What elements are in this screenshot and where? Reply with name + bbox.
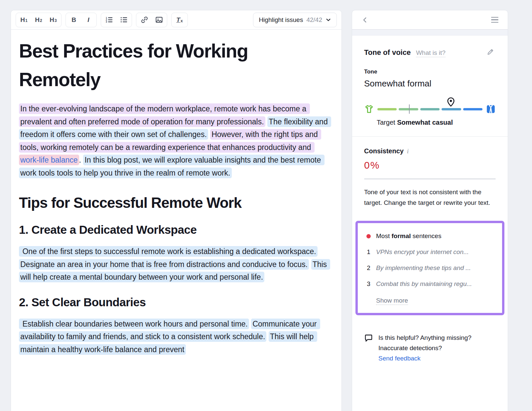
panel-scroll-band	[352, 30, 508, 36]
link-icon	[141, 16, 148, 24]
paragraph-workspace[interactable]: One of the first steps to successful rem…	[19, 245, 333, 284]
bullet-list-icon	[120, 16, 128, 24]
tone-target-tick	[409, 104, 410, 114]
ordered-list-icon: 1 2 3	[105, 16, 113, 24]
insert-buttons-group	[136, 13, 167, 27]
tone-of-voice-title: Tone of voice	[364, 48, 411, 57]
link-button[interactable]	[137, 14, 152, 26]
highlight-issues-dropdown[interactable]: Highlight issues 42/42	[253, 13, 337, 27]
subsection-heading-workspace[interactable]: 1. Create a Dedicated Workspace	[19, 223, 333, 236]
highlighted-sentence: Establish clear boundaries between work …	[19, 319, 249, 329]
tone-slider-track[interactable]	[377, 108, 482, 110]
hamburger-icon	[491, 17, 498, 18]
sentence-number: 2	[366, 264, 371, 272]
paragraph-intro[interactable]: In the ever-evolving landscape of the mo…	[19, 102, 333, 179]
feedback-section: Is this helpful? Anything missing? Inacc…	[364, 333, 496, 363]
plain-text	[318, 247, 320, 256]
ordered-list-button[interactable]: 1 2 3	[102, 14, 116, 26]
what-is-it-link[interactable]: What is it?	[416, 49, 446, 57]
consistency-progress-bar	[364, 178, 496, 180]
edit-tone-button[interactable]	[485, 47, 496, 57]
tone-of-voice-panel: Tone of voice What is it? Tone Somewhat …	[352, 10, 508, 411]
heading-buttons-group: H1 H2 H3	[16, 13, 62, 27]
formal-sentences-title: Most formal sentences	[376, 232, 441, 240]
text-style-group: B I	[66, 13, 97, 27]
bullet-list-button[interactable]	[116, 14, 131, 26]
italic-icon: I	[87, 16, 89, 24]
consistency-header: Consistency i	[364, 147, 496, 155]
document-title[interactable]: Best Practices for Working Remotely	[19, 37, 265, 94]
section-divider	[352, 136, 508, 137]
app-background: H1 H2 H3 B I 1 2 3	[0, 0, 532, 411]
back-button[interactable]	[360, 15, 370, 25]
formal-sentences-list: 1VPNs encrypt your internet con...2By im…	[366, 248, 493, 288]
tone-slider	[364, 104, 496, 114]
highlighted-sentence: Designate an area in your home that is f…	[19, 259, 309, 270]
editor-toolbar: H1 H2 H3 B I 1 2 3	[11, 10, 341, 30]
plain-text	[309, 260, 311, 269]
show-more-link[interactable]: Show more	[376, 297, 408, 305]
red-dot-icon	[366, 234, 371, 238]
feedback-texts: Is this helpful? Anything missing? Inacc…	[378, 333, 471, 363]
feedback-line-1: Is this helpful? Anything missing?	[378, 333, 471, 343]
subsection-heading-boundaries[interactable]: 2. Set Clear Boundaries	[19, 296, 333, 309]
speech-bubble-icon	[364, 334, 373, 342]
list-buttons-group: 1 2 3	[101, 13, 132, 27]
most-formal-sentences-box: Most formal sentences 1VPNs encrypt your…	[355, 221, 504, 315]
consistency-title: Consistency	[364, 147, 404, 155]
h1-button[interactable]: H1	[17, 14, 31, 26]
plain-text	[266, 332, 268, 341]
editor-card: H1 H2 H3 B I 1 2 3	[11, 10, 342, 411]
tone-slider-segment[interactable]	[463, 108, 482, 110]
tone-slider-segment[interactable]	[442, 108, 461, 110]
send-feedback-link[interactable]: Send feedback	[378, 355, 421, 362]
tone-slider-segment[interactable]	[377, 108, 397, 110]
tone-marker-pin[interactable]	[447, 97, 456, 107]
info-icon[interactable]: i	[407, 148, 409, 155]
sentence-preview: Combat this by maintaining regu...	[376, 280, 472, 288]
tone-value: Somewhat formal	[364, 78, 496, 89]
panel-header	[352, 10, 508, 30]
target-value: Somewhat casual	[397, 119, 453, 126]
bold-icon: B	[71, 16, 76, 24]
menu-button[interactable]	[490, 16, 500, 24]
highlight-issues-label: Highlight issues	[259, 16, 303, 24]
sentence-number: 3	[366, 280, 371, 288]
formal-sentence-item[interactable]: 3Combat this by maintaining regu...	[366, 280, 493, 288]
formal-sentence-item[interactable]: 1VPNs encrypt your internet con...	[366, 248, 493, 256]
sentence-preview: By implementing these tips and ...	[376, 264, 471, 272]
h2-button[interactable]: H2	[31, 14, 46, 26]
formal-sentences-header: Most formal sentences	[366, 232, 493, 240]
casual-tshirt-icon	[364, 104, 374, 114]
h3-button[interactable]: H3	[46, 14, 61, 26]
image-icon	[155, 16, 163, 24]
paragraph-boundaries[interactable]: Establish clear boundaries between work …	[19, 318, 333, 356]
keyword-work-life-balance[interactable]: work-life balance	[19, 155, 79, 165]
sentence-preview: VPNs encrypt your internet con...	[376, 248, 469, 256]
image-button[interactable]	[152, 14, 166, 26]
svg-text:3: 3	[105, 21, 107, 23]
formal-suit-icon	[486, 104, 496, 114]
bold-button[interactable]: B	[66, 14, 81, 26]
feedback-line-2: Inaccurate detections?	[378, 343, 471, 353]
formal-sentence-item[interactable]: 2By implementing these tips and ...	[366, 264, 493, 272]
back-chevron-icon	[361, 16, 369, 24]
clear-formatting-button[interactable]: Tx	[172, 14, 187, 26]
highlight-issues-count: 42/42	[306, 16, 322, 24]
tone-target: Target Somewhat casual	[377, 119, 496, 126]
section-heading-tips[interactable]: Tips for Successful Remote Work	[19, 195, 333, 211]
tone-slider-segment[interactable]	[399, 108, 418, 110]
document-editor[interactable]: Best Practices for Working Remotely In t…	[11, 30, 341, 356]
tone-label: Tone	[364, 68, 496, 75]
panel-content: Tone of voice What is it? Tone Somewhat …	[352, 36, 508, 363]
highlighted-sentence: One of the first steps to successful rem…	[19, 246, 318, 257]
sentence-number: 1	[366, 248, 371, 256]
target-label: Target	[377, 119, 395, 126]
consistency-description: Tone of your text is not consistent with…	[364, 187, 496, 208]
plain-text: .	[79, 156, 83, 164]
tone-of-voice-header: Tone of voice What is it?	[364, 46, 496, 57]
consistency-value: 0%	[364, 160, 496, 171]
tone-slider-segment[interactable]	[420, 108, 440, 110]
clear-formatting-icon: T	[176, 16, 180, 24]
italic-button[interactable]: I	[81, 14, 96, 26]
